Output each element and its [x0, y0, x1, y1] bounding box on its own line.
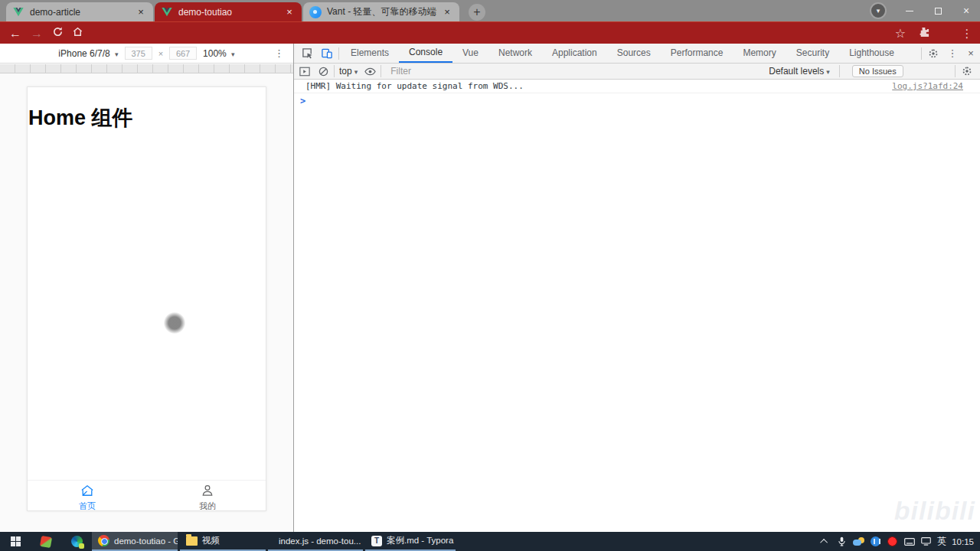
device-select[interactable]: iPhone 6/7/8 ▾ — [58, 48, 118, 59]
toggle-device-toolbar-icon[interactable] — [317, 44, 337, 63]
browser-titlebar: demo-article × demo-toutiao × Vant - 轻量、… — [0, 0, 980, 21]
task-label: demo-toutiao - Go... — [114, 536, 178, 546]
close-icon[interactable]: × — [283, 6, 296, 18]
ime-indicator[interactable]: 英 — [937, 535, 946, 548]
vue-logo-icon — [12, 6, 24, 18]
devtools-tab-sources[interactable]: Sources — [607, 44, 661, 63]
console-toolbar: top▾ Default levels▾ No Issues — [294, 64, 980, 80]
tab-title: demo-toutiao — [178, 7, 279, 18]
console-settings-gear-icon[interactable] — [957, 62, 977, 81]
typora-icon: T — [371, 536, 382, 546]
home-tab-icon — [80, 484, 94, 497]
task-label: 案例.md - Typora — [387, 535, 453, 546]
devtools-tab-console[interactable]: Console — [399, 44, 452, 63]
edge-browser-icon[interactable] — [61, 532, 92, 551]
device-zoom-select[interactable]: 100% ▾ — [203, 48, 235, 59]
start-button[interactable] — [0, 532, 31, 551]
system-tray: 英 10:15 — [819, 532, 980, 551]
reload-icon[interactable] — [50, 26, 65, 41]
bookmark-star-icon[interactable]: ☆ — [893, 26, 908, 41]
weather-cloud-icon[interactable] — [853, 536, 864, 547]
browser-tab-vant[interactable]: Vant - 轻量、可靠的移动端组件 × — [303, 2, 459, 21]
console-source-link[interactable]: log.js?1afd:24 — [892, 81, 963, 91]
console-filter-input[interactable] — [390, 66, 689, 77]
taskbar-task-folder[interactable]: 视频 — [180, 532, 266, 551]
media-controls-button[interactable]: ▾ — [870, 2, 887, 19]
tab-title: Vant - 轻量、可靠的移动端组件 — [327, 5, 436, 18]
page-title: Home 组件 — [28, 104, 266, 132]
devtools-menu-kebab-icon[interactable]: ⋮ — [943, 47, 962, 59]
pinned-app-icon[interactable] — [31, 532, 61, 551]
home-icon[interactable] — [70, 26, 85, 41]
no-issues-badge[interactable]: No Issues — [852, 65, 903, 77]
device-emulation-pane: iPhone 6/7/8 ▾ 375 × 667 100% ▾ ⋮ Home 组… — [0, 44, 294, 532]
window-maximize-button[interactable] — [924, 0, 952, 21]
bilibili-watermark: bilibili — [894, 496, 975, 526]
window-close-button[interactable]: × — [952, 0, 980, 21]
clear-console-icon[interactable] — [314, 67, 332, 77]
devtools-settings-gear-icon[interactable] — [923, 44, 943, 63]
devtools-tab-memory[interactable]: Memory — [733, 44, 786, 63]
console-sidebar-icon[interactable] — [296, 67, 314, 77]
devtools-tab-vue[interactable]: Vue — [452, 44, 488, 63]
window-minimize-button[interactable] — [896, 0, 923, 21]
taskbar-task-vscode[interactable]: index.js - demo-tou... — [268, 532, 363, 551]
devtools-panel: Elements Console Vue Network Application… — [294, 44, 980, 532]
close-icon[interactable]: × — [135, 6, 147, 18]
chevron-down-icon: ▾ — [115, 51, 119, 58]
task-label: index.js - demo-tou... — [279, 536, 361, 546]
device-options-kebab-icon[interactable]: ⋮ — [274, 47, 284, 59]
clock[interactable]: 10:15 — [952, 537, 974, 546]
vant-logo-icon — [309, 6, 322, 18]
console-prompt-chevron[interactable]: > — [300, 96, 305, 106]
user-tab-icon — [201, 484, 214, 497]
tabbar-item-home[interactable]: 首页 — [64, 484, 110, 512]
browser-tab-demo-toutiao[interactable]: demo-toutiao × — [155, 2, 302, 21]
app-viewport: Home 组件 首页 我的 — [27, 86, 266, 511]
extensions-puzzle-icon[interactable] — [916, 26, 931, 41]
microphone-icon[interactable] — [836, 536, 848, 547]
devtools-close-icon[interactable]: × — [962, 47, 980, 59]
taskbar-task-typora[interactable]: T 案例.md - Typora — [365, 532, 456, 551]
console-log-row: [HMR] Waiting for update signal from WDS… — [294, 80, 980, 93]
browser-toolbar: ← → localhost:8080/#/ ☆ ⋮ — [0, 21, 980, 44]
blue-app-tray-icon[interactable] — [870, 536, 881, 547]
network-display-icon[interactable] — [920, 536, 932, 547]
devtools-tab-lighthouse[interactable]: Lighthouse — [839, 44, 904, 63]
chevron-down-icon: ▾ — [354, 68, 358, 76]
live-expression-eye-icon[interactable] — [361, 67, 379, 76]
tabbar-label: 首页 — [64, 500, 110, 512]
devtools-tab-performance[interactable]: Performance — [661, 44, 733, 63]
back-icon[interactable]: ← — [8, 26, 23, 41]
close-icon[interactable]: × — [441, 6, 453, 18]
devtools-tab-application[interactable]: Application — [542, 44, 607, 63]
recording-indicator-icon[interactable] — [887, 536, 898, 547]
forward-icon[interactable]: → — [29, 26, 44, 41]
new-tab-button[interactable]: + — [469, 4, 485, 21]
tabbar-item-profile[interactable]: 我的 — [185, 484, 230, 512]
devtools-tab-bar: Elements Console Vue Network Application… — [294, 44, 980, 64]
chrome-icon — [98, 535, 109, 546]
devtools-tab-elements[interactable]: Elements — [341, 44, 399, 63]
console-context-select[interactable]: top▾ — [336, 66, 361, 77]
console-levels-select[interactable]: Default levels▾ — [766, 66, 833, 77]
browser-menu-kebab-icon[interactable]: ⋮ — [959, 26, 975, 41]
browser-tab-demo-article[interactable]: demo-article × — [6, 2, 153, 21]
windows-logo-icon — [11, 536, 21, 546]
device-height-field[interactable]: 667 — [169, 47, 197, 60]
tray-expand-chevron-icon[interactable] — [819, 536, 831, 547]
device-width-field[interactable]: 375 — [125, 47, 152, 60]
taskbar-task-chrome[interactable]: demo-toutiao - Go... — [92, 532, 178, 551]
console-message: [HMR] Waiting for update signal from WDS… — [305, 81, 524, 91]
touch-keyboard-icon[interactable] — [903, 536, 915, 547]
inspect-element-icon[interactable] — [297, 44, 317, 63]
task-label: 视频 — [202, 535, 220, 546]
tab-title: demo-article — [30, 7, 130, 18]
devtools-tab-network[interactable]: Network — [488, 44, 542, 63]
tabbar-label: 我的 — [185, 500, 230, 512]
touch-cursor-dot — [164, 312, 185, 334]
app-tabbar: 首页 我的 — [28, 480, 266, 510]
device-ruler — [0, 64, 293, 73]
devtools-tab-security[interactable]: Security — [786, 44, 839, 63]
vue-logo-icon — [161, 6, 173, 18]
